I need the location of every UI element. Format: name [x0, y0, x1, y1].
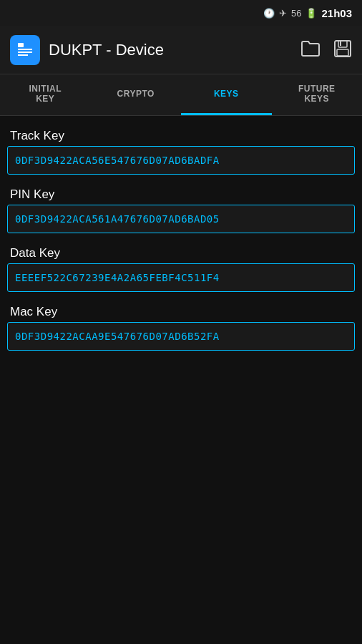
tab-future-keys[interactable]: FUTURE KEYS	[272, 74, 363, 115]
airplane-icon: ✈	[279, 8, 287, 19]
save-icon[interactable]	[333, 39, 352, 61]
battery-level: 56	[291, 8, 301, 19]
tab-initial-key[interactable]: INITIAL KEY	[0, 74, 91, 115]
track-key-section: Track Key 0DF3D9422ACA56E547676D07AD6BAD…	[7, 123, 355, 175]
pin-key-section: PIN Key 0DF3D9422ACA561A47676D07AD6BAD05	[7, 182, 355, 233]
mac-key-label: Mac Key	[7, 299, 355, 322]
clock-icon: 🕐	[263, 8, 275, 19]
pin-key-value: 0DF3D9422ACA561A47676D07AD6BAD05	[15, 213, 220, 225]
logo-icon	[15, 40, 35, 60]
tab-crypto[interactable]: CRYPTO	[91, 74, 182, 115]
svg-rect-8	[340, 42, 341, 46]
track-key-label: Track Key	[7, 123, 355, 146]
track-key-value: 0DF3D9422ACA56E547676D07AD6BADFA	[15, 155, 220, 166]
status-time: 21h03	[321, 7, 352, 19]
data-key-value: EEEEF522C67239E4A2A65FEBF4C511F4	[15, 272, 220, 283]
folder-icon[interactable]	[300, 40, 321, 60]
app-title: DUKPT - Device	[49, 41, 300, 59]
battery-icon: 🔋	[305, 8, 317, 19]
status-icons: 🕐 ✈ 56 🔋 21h03	[263, 7, 352, 19]
svg-rect-6	[338, 41, 347, 47]
svg-rect-1	[18, 43, 24, 47]
mac-key-section: Mac Key 0DF3D9422ACAA9E547676D07AD6B52FA	[7, 299, 355, 351]
app-bar-actions	[300, 39, 352, 61]
tab-bar: INITIAL KEY CRYPTO KEYS FUTURE KEYS	[0, 74, 362, 116]
svg-rect-3	[18, 52, 32, 53]
data-key-section: Data Key EEEEF522C67239E4A2A65FEBF4C511F…	[7, 240, 355, 292]
svg-rect-7	[337, 49, 348, 56]
app-bar: DUKPT - Device	[0, 26, 362, 74]
data-key-label: Data Key	[7, 240, 355, 263]
svg-rect-4	[18, 54, 28, 56]
status-bar: 🕐 ✈ 56 🔋 21h03	[0, 0, 362, 26]
pin-key-box: 0DF3D9422ACA561A47676D07AD6BAD05	[7, 205, 355, 233]
pin-key-label: PIN Key	[7, 182, 355, 205]
svg-rect-2	[18, 49, 32, 50]
mac-key-box: 0DF3D9422ACAA9E547676D07AD6B52FA	[7, 322, 355, 351]
tab-keys[interactable]: KEYS	[181, 74, 272, 115]
data-key-box: EEEEF522C67239E4A2A65FEBF4C511F4	[7, 263, 355, 292]
track-key-box: 0DF3D9422ACA56E547676D07AD6BADFA	[7, 146, 355, 175]
app-logo	[10, 35, 40, 65]
mac-key-value: 0DF3D9422ACAA9E547676D07AD6B52FA	[15, 331, 220, 342]
main-content: Track Key 0DF3D9422ACA56E547676D07AD6BAD…	[0, 116, 362, 365]
